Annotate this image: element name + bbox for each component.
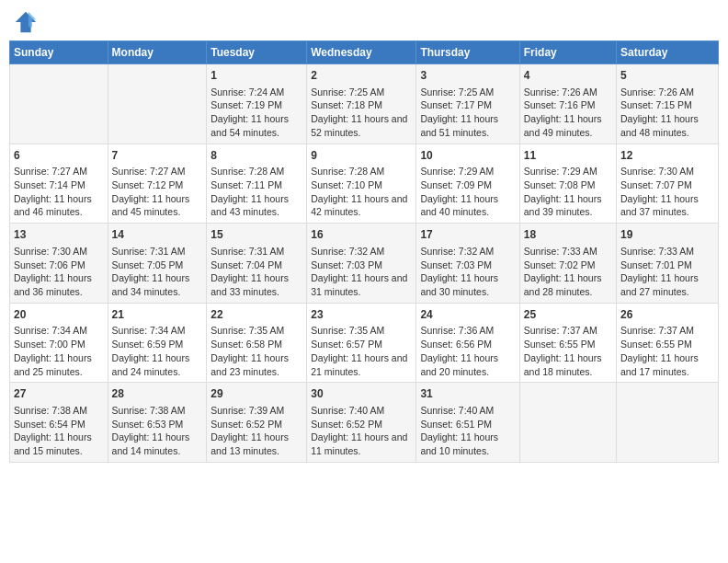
calendar-header-row: SundayMondayTuesdayWednesdayThursdayFrid…: [10, 41, 719, 64]
calendar-cell: 27Sunrise: 7:38 AM Sunset: 6:54 PM Dayli…: [10, 383, 108, 463]
header-monday: Monday: [108, 41, 207, 64]
day-number: 10: [420, 148, 515, 164]
day-number: 3: [420, 68, 515, 84]
day-number: 1: [210, 68, 302, 84]
day-number: 16: [311, 227, 412, 243]
calendar-cell: 23Sunrise: 7:35 AM Sunset: 6:57 PM Dayli…: [307, 303, 416, 383]
day-info: Sunrise: 7:35 AM Sunset: 6:57 PM Dayligh…: [311, 324, 412, 378]
day-info: Sunrise: 7:27 AM Sunset: 7:14 PM Dayligh…: [14, 165, 104, 219]
day-info: Sunrise: 7:34 AM Sunset: 7:00 PM Dayligh…: [14, 324, 104, 378]
calendar-cell: [617, 383, 719, 463]
calendar-cell: 15Sunrise: 7:31 AM Sunset: 7:04 PM Dayli…: [207, 224, 307, 304]
day-info: Sunrise: 7:24 AM Sunset: 7:19 PM Dayligh…: [210, 86, 302, 140]
day-number: 31: [420, 386, 515, 402]
day-info: Sunrise: 7:37 AM Sunset: 6:55 PM Dayligh…: [620, 324, 714, 378]
calendar-table: SundayMondayTuesdayWednesdayThursdayFrid…: [9, 40, 719, 463]
day-number: 6: [14, 148, 104, 164]
day-number: 24: [420, 307, 515, 323]
calendar-cell: 29Sunrise: 7:39 AM Sunset: 6:52 PM Dayli…: [207, 383, 307, 463]
calendar-week-row: 13Sunrise: 7:30 AM Sunset: 7:06 PM Dayli…: [10, 224, 719, 304]
day-info: Sunrise: 7:40 AM Sunset: 6:52 PM Dayligh…: [311, 404, 412, 458]
header-tuesday: Tuesday: [207, 41, 307, 64]
calendar-cell: 31Sunrise: 7:40 AM Sunset: 6:51 PM Dayli…: [416, 383, 519, 463]
header-saturday: Saturday: [617, 41, 719, 64]
day-info: Sunrise: 7:39 AM Sunset: 6:52 PM Dayligh…: [210, 404, 302, 458]
calendar-cell: 3Sunrise: 7:25 AM Sunset: 7:17 PM Daylig…: [416, 64, 519, 144]
calendar-cell: [108, 64, 207, 144]
day-info: Sunrise: 7:40 AM Sunset: 6:51 PM Dayligh…: [420, 404, 515, 458]
calendar-cell: 2Sunrise: 7:25 AM Sunset: 7:18 PM Daylig…: [307, 64, 416, 144]
day-info: Sunrise: 7:30 AM Sunset: 7:06 PM Dayligh…: [14, 245, 104, 299]
calendar-week-row: 27Sunrise: 7:38 AM Sunset: 6:54 PM Dayli…: [10, 383, 719, 463]
day-number: 25: [524, 307, 612, 323]
day-info: Sunrise: 7:37 AM Sunset: 6:55 PM Dayligh…: [524, 324, 612, 378]
day-info: Sunrise: 7:38 AM Sunset: 6:54 PM Dayligh…: [14, 404, 104, 458]
day-info: Sunrise: 7:35 AM Sunset: 6:58 PM Dayligh…: [210, 324, 302, 378]
day-info: Sunrise: 7:32 AM Sunset: 7:03 PM Dayligh…: [311, 245, 412, 299]
calendar-cell: [519, 383, 616, 463]
day-info: Sunrise: 7:29 AM Sunset: 7:09 PM Dayligh…: [420, 165, 515, 219]
day-info: Sunrise: 7:31 AM Sunset: 7:05 PM Dayligh…: [112, 245, 203, 299]
day-number: 18: [524, 227, 612, 243]
day-info: Sunrise: 7:25 AM Sunset: 7:17 PM Dayligh…: [420, 86, 515, 140]
day-number: 8: [210, 148, 302, 164]
day-info: Sunrise: 7:27 AM Sunset: 7:12 PM Dayligh…: [112, 165, 203, 219]
day-info: Sunrise: 7:28 AM Sunset: 7:11 PM Dayligh…: [210, 165, 302, 219]
day-number: 14: [112, 227, 203, 243]
day-number: 7: [112, 148, 203, 164]
calendar-cell: 30Sunrise: 7:40 AM Sunset: 6:52 PM Dayli…: [307, 383, 416, 463]
calendar-cell: 6Sunrise: 7:27 AM Sunset: 7:14 PM Daylig…: [10, 144, 108, 224]
day-number: 15: [210, 227, 302, 243]
day-info: Sunrise: 7:28 AM Sunset: 7:10 PM Dayligh…: [311, 165, 412, 219]
calendar-cell: 1Sunrise: 7:24 AM Sunset: 7:19 PM Daylig…: [207, 64, 307, 144]
day-info: Sunrise: 7:32 AM Sunset: 7:03 PM Dayligh…: [420, 245, 515, 299]
calendar-cell: 21Sunrise: 7:34 AM Sunset: 6:59 PM Dayli…: [108, 303, 207, 383]
day-number: 27: [14, 386, 104, 402]
day-info: Sunrise: 7:30 AM Sunset: 7:07 PM Dayligh…: [620, 165, 714, 219]
calendar-cell: 4Sunrise: 7:26 AM Sunset: 7:16 PM Daylig…: [519, 64, 616, 144]
day-number: 9: [311, 148, 412, 164]
svg-marker-0: [16, 12, 36, 32]
day-number: 13: [14, 227, 104, 243]
calendar-cell: 5Sunrise: 7:26 AM Sunset: 7:15 PM Daylig…: [617, 64, 719, 144]
day-info: Sunrise: 7:34 AM Sunset: 6:59 PM Dayligh…: [112, 324, 203, 378]
day-number: 29: [210, 386, 302, 402]
calendar-cell: 28Sunrise: 7:38 AM Sunset: 6:53 PM Dayli…: [108, 383, 207, 463]
day-number: 5: [620, 68, 714, 84]
day-info: Sunrise: 7:38 AM Sunset: 6:53 PM Dayligh…: [112, 404, 203, 458]
calendar-cell: 26Sunrise: 7:37 AM Sunset: 6:55 PM Dayli…: [617, 303, 719, 383]
calendar-cell: [10, 64, 108, 144]
day-info: Sunrise: 7:31 AM Sunset: 7:04 PM Dayligh…: [210, 245, 302, 299]
day-number: 23: [311, 307, 412, 323]
day-info: Sunrise: 7:36 AM Sunset: 6:56 PM Dayligh…: [420, 324, 515, 378]
day-number: 21: [112, 307, 203, 323]
svg-marker-1: [28, 12, 36, 28]
header-thursday: Thursday: [416, 41, 519, 64]
day-number: 4: [524, 68, 612, 84]
calendar-cell: 20Sunrise: 7:34 AM Sunset: 7:00 PM Dayli…: [10, 303, 108, 383]
day-number: 20: [14, 307, 104, 323]
page-header: [9, 9, 719, 35]
calendar-cell: 22Sunrise: 7:35 AM Sunset: 6:58 PM Dayli…: [207, 303, 307, 383]
calendar-week-row: 1Sunrise: 7:24 AM Sunset: 7:19 PM Daylig…: [10, 64, 719, 144]
day-info: Sunrise: 7:26 AM Sunset: 7:16 PM Dayligh…: [524, 86, 612, 140]
calendar-cell: 11Sunrise: 7:29 AM Sunset: 7:08 PM Dayli…: [519, 144, 616, 224]
calendar-week-row: 6Sunrise: 7:27 AM Sunset: 7:14 PM Daylig…: [10, 144, 719, 224]
calendar-cell: 8Sunrise: 7:28 AM Sunset: 7:11 PM Daylig…: [207, 144, 307, 224]
header-sunday: Sunday: [10, 41, 108, 64]
header-wednesday: Wednesday: [307, 41, 416, 64]
logo-icon: [13, 9, 39, 35]
day-number: 2: [311, 68, 412, 84]
calendar-cell: 12Sunrise: 7:30 AM Sunset: 7:07 PM Dayli…: [617, 144, 719, 224]
calendar-cell: 17Sunrise: 7:32 AM Sunset: 7:03 PM Dayli…: [416, 224, 519, 304]
calendar-cell: 16Sunrise: 7:32 AM Sunset: 7:03 PM Dayli…: [307, 224, 416, 304]
day-number: 28: [112, 386, 203, 402]
day-info: Sunrise: 7:33 AM Sunset: 7:02 PM Dayligh…: [524, 245, 612, 299]
logo: [13, 9, 40, 35]
calendar-cell: 24Sunrise: 7:36 AM Sunset: 6:56 PM Dayli…: [416, 303, 519, 383]
calendar-cell: 10Sunrise: 7:29 AM Sunset: 7:09 PM Dayli…: [416, 144, 519, 224]
day-info: Sunrise: 7:33 AM Sunset: 7:01 PM Dayligh…: [620, 245, 714, 299]
calendar-cell: 13Sunrise: 7:30 AM Sunset: 7:06 PM Dayli…: [10, 224, 108, 304]
header-friday: Friday: [519, 41, 616, 64]
calendar-cell: 18Sunrise: 7:33 AM Sunset: 7:02 PM Dayli…: [519, 224, 616, 304]
